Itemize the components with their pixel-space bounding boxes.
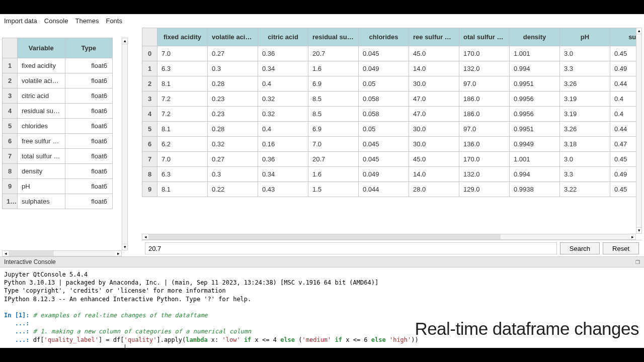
cell[interactable]: 0.05 bbox=[359, 76, 409, 92]
cell[interactable]: 0.28 bbox=[208, 122, 258, 137]
row-idx[interactable]: 8 bbox=[142, 167, 157, 182]
var-type[interactable]: float6 bbox=[65, 134, 113, 149]
cell[interactable]: 132.0 bbox=[459, 61, 510, 76]
menu-themes[interactable]: Themes bbox=[75, 17, 99, 25]
col-variable[interactable]: Variable bbox=[18, 38, 65, 58]
var-type[interactable]: float6 bbox=[65, 179, 113, 194]
cell[interactable]: 0.9956 bbox=[510, 92, 560, 107]
var-type[interactable]: float6 bbox=[65, 104, 113, 119]
cell[interactable]: 30.0 bbox=[409, 122, 459, 137]
cell[interactable]: 0.045 bbox=[359, 137, 409, 152]
row-idx[interactable]: 6 bbox=[142, 137, 157, 152]
cell[interactable]: 0.16 bbox=[258, 137, 308, 152]
row-idx[interactable]: 6 bbox=[3, 134, 18, 149]
cell[interactable]: 186.0 bbox=[459, 92, 510, 107]
cell[interactable]: 1.6 bbox=[308, 61, 359, 76]
row-idx[interactable]: 4 bbox=[3, 104, 18, 119]
var-name[interactable]: volatile acidity bbox=[18, 73, 65, 88]
var-name[interactable]: density bbox=[18, 164, 65, 179]
dock-icon[interactable]: ❐ bbox=[635, 259, 640, 265]
row-idx[interactable]: 8 bbox=[3, 164, 18, 179]
cell[interactable]: 20.7 bbox=[308, 46, 359, 61]
row-idx[interactable]: 4 bbox=[142, 107, 157, 122]
cell[interactable]: 8.5 bbox=[308, 107, 359, 122]
cell[interactable]: 8.5 bbox=[308, 92, 359, 107]
cell[interactable]: 186.0 bbox=[459, 107, 510, 122]
col-header[interactable]: chlorides bbox=[359, 28, 409, 46]
var-type[interactable]: float6 bbox=[65, 149, 113, 164]
search-input[interactable] bbox=[145, 242, 557, 254]
menu-console[interactable]: Console bbox=[44, 17, 68, 25]
col-header[interactable]: ree sulfur dioxid bbox=[409, 28, 459, 46]
cell[interactable]: 129.0 bbox=[459, 182, 510, 197]
col-header[interactable]: fixed acidity bbox=[157, 28, 208, 46]
var-type[interactable]: float6 bbox=[65, 119, 113, 134]
cell[interactable]: 97.0 bbox=[459, 76, 510, 92]
row-idx[interactable]: 9 bbox=[3, 179, 18, 194]
cell[interactable]: 0.23 bbox=[208, 107, 258, 122]
var-name[interactable]: total sulfur … bbox=[18, 149, 65, 164]
row-idx[interactable]: 3 bbox=[142, 92, 157, 107]
cell[interactable]: 47.0 bbox=[409, 107, 459, 122]
cell[interactable]: 20.7 bbox=[308, 152, 359, 167]
cell[interactable]: 0.43 bbox=[258, 182, 308, 197]
cell[interactable]: 0.3 bbox=[208, 61, 258, 76]
data-hscroll[interactable]: ◂▸ bbox=[142, 234, 636, 240]
row-idx[interactable]: 2 bbox=[142, 76, 157, 92]
cell[interactable]: 8.1 bbox=[157, 76, 208, 92]
cell[interactable]: 0.32 bbox=[208, 137, 258, 152]
cell[interactable]: 3.22 bbox=[560, 182, 610, 197]
col-header[interactable]: residual sugar bbox=[308, 28, 359, 46]
col-type[interactable]: Type bbox=[65, 38, 113, 58]
row-idx[interactable]: 7 bbox=[142, 152, 157, 167]
cell[interactable]: 3.3 bbox=[560, 61, 610, 76]
var-type[interactable]: float6 bbox=[65, 73, 113, 88]
row-idx[interactable]: 0 bbox=[142, 46, 157, 61]
row-idx[interactable]: 5 bbox=[3, 119, 18, 134]
row-idx[interactable]: 3 bbox=[3, 88, 18, 104]
col-header[interactable]: volatile acidity bbox=[208, 28, 258, 46]
row-idx[interactable]: 10 bbox=[3, 194, 18, 209]
cell[interactable]: 0.27 bbox=[208, 46, 258, 61]
var-name[interactable]: pH bbox=[18, 179, 65, 194]
var-name[interactable]: sulphates bbox=[18, 194, 65, 209]
cell[interactable]: 45.0 bbox=[409, 46, 459, 61]
cell[interactable]: 3.3 bbox=[560, 167, 610, 182]
row-idx[interactable]: 7 bbox=[3, 149, 18, 164]
cell[interactable]: 97.0 bbox=[459, 122, 510, 137]
row-idx[interactable]: 1 bbox=[142, 61, 157, 76]
col-header[interactable]: citric acid bbox=[258, 28, 308, 46]
cell[interactable]: 7.2 bbox=[157, 107, 208, 122]
cell[interactable]: 0.049 bbox=[359, 167, 409, 182]
cell[interactable]: 0.34 bbox=[258, 61, 308, 76]
cell[interactable]: 0.058 bbox=[359, 92, 409, 107]
cell[interactable]: 0.22 bbox=[208, 182, 258, 197]
cell[interactable]: 3.0 bbox=[560, 46, 610, 61]
cell[interactable]: 1.001 bbox=[510, 152, 560, 167]
cell[interactable]: 0.28 bbox=[208, 76, 258, 92]
cell[interactable]: 3.26 bbox=[560, 122, 610, 137]
cell[interactable]: 6.3 bbox=[157, 167, 208, 182]
cell[interactable]: 1.5 bbox=[308, 182, 359, 197]
cell[interactable]: 7.0 bbox=[157, 46, 208, 61]
var-name[interactable]: fixed acidity bbox=[18, 58, 65, 73]
cell[interactable]: 30.0 bbox=[409, 76, 459, 92]
cell[interactable]: 28.0 bbox=[409, 182, 459, 197]
cell[interactable]: 0.32 bbox=[258, 92, 308, 107]
cell[interactable]: 0.23 bbox=[208, 92, 258, 107]
row-idx[interactable]: 1 bbox=[3, 58, 18, 73]
cell[interactable]: 3.18 bbox=[560, 137, 610, 152]
var-name[interactable]: citric acid bbox=[18, 88, 65, 104]
data-table[interactable]: fixed acidityvolatile aciditycitric acid… bbox=[142, 28, 642, 197]
cell[interactable]: 0.27 bbox=[208, 152, 258, 167]
cell[interactable]: 0.36 bbox=[258, 152, 308, 167]
var-name[interactable]: chlorides bbox=[18, 119, 65, 134]
cell[interactable]: 45.0 bbox=[409, 152, 459, 167]
cell[interactable]: 170.0 bbox=[459, 152, 510, 167]
cell[interactable]: 7.0 bbox=[308, 137, 359, 152]
var-hscroll[interactable]: ◂▸ bbox=[2, 250, 122, 256]
cell[interactable]: 0.049 bbox=[359, 61, 409, 76]
row-idx[interactable]: 9 bbox=[142, 182, 157, 197]
cell[interactable]: 0.9949 bbox=[510, 137, 560, 152]
menu-import[interactable]: Import data bbox=[4, 17, 37, 25]
